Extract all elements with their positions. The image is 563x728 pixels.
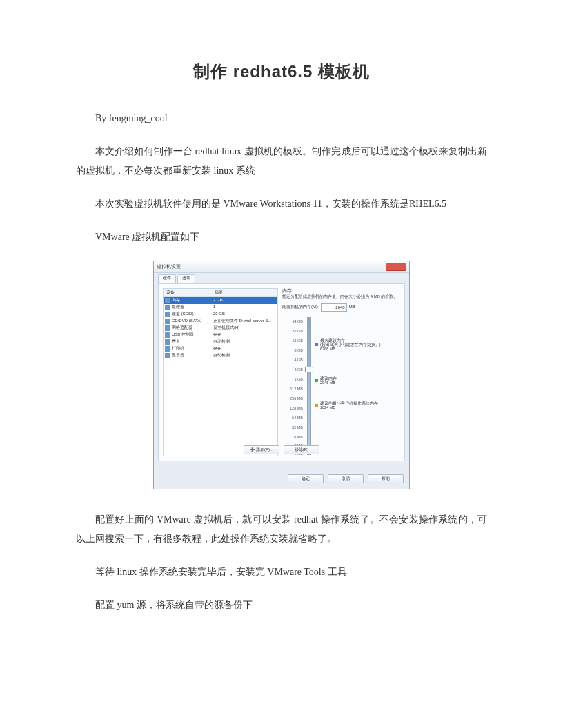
hw-row-memory[interactable]: 内存2 GB: [164, 297, 277, 304]
byline: By fengming_cool: [95, 109, 487, 128]
ok-button[interactable]: 确定: [288, 474, 324, 483]
dialog-title: 虚拟机设置: [157, 264, 181, 270]
printer-icon: [165, 346, 170, 352]
paragraph-env: 本次实验虚拟机软件使用的是 VMware Workstations 11，安装的…: [76, 194, 487, 214]
hw-row-display[interactable]: 显示器自动检测: [164, 352, 277, 359]
page-title: 制作 redhat6.5 模板机: [76, 55, 487, 88]
hw-col-device: 设备: [164, 289, 212, 296]
memory-pane: 内存 指定分配给此虚拟机的内存量。内存大小必须为 4 MB 的倍数。 此虚拟机的…: [282, 288, 400, 456]
tab-hardware[interactable]: 硬件: [158, 274, 176, 284]
network-icon: [165, 325, 170, 331]
pane-desc: 指定分配给此虚拟机的内存量。内存大小必须为 4 MB 的倍数。: [282, 294, 400, 299]
usb-icon: [165, 332, 170, 338]
dialog-titlebar: 虚拟机设置: [154, 261, 409, 273]
cancel-button[interactable]: 取消: [328, 474, 364, 483]
paragraph-after-config: 配置好上面的 VMware 虚拟机后，就可以安装 redhat 操作系统了。不会…: [76, 510, 487, 549]
hw-row-cpu[interactable]: 处理器1: [164, 304, 277, 311]
display-icon: [165, 353, 170, 358]
hw-row-disk[interactable]: 硬盘 (SCSI)20 GB: [164, 311, 277, 318]
slider-knob[interactable]: [305, 367, 313, 372]
hw-col-summary: 摘要: [212, 289, 277, 296]
paragraph-tools: 等待 linux 操作系统安装完毕后，安装完 VMware Tools 工具: [76, 563, 487, 582]
cpu-icon: [165, 305, 170, 310]
memory-input[interactable]: 2048: [321, 303, 347, 312]
marker-rec-icon: [315, 379, 318, 382]
memory-label: 此虚拟机的内存(M):: [282, 305, 319, 310]
tab-options[interactable]: 选项: [177, 274, 195, 284]
paragraph-config-label: VMware 虚拟机配置如下: [76, 228, 487, 247]
add-button[interactable]: 添加(A)...: [244, 445, 279, 454]
marker-max-icon: [315, 343, 318, 346]
memory-unit: MB: [349, 305, 355, 310]
vm-settings-dialog: 虚拟机设置 硬件 选项 设备 摘要 内存2 GB 处理器1 硬盘 (SCSI)2…: [153, 261, 410, 489]
remove-button[interactable]: 移除(R): [284, 445, 319, 454]
sound-icon: [165, 339, 170, 345]
hw-row-printer[interactable]: 打印机存在: [164, 345, 277, 352]
cd-icon: [165, 318, 170, 324]
paragraph-yum: 配置 yum 源，将系统自带的源备份下: [76, 596, 487, 615]
disk-icon: [165, 312, 170, 317]
pane-title: 内存: [282, 288, 400, 293]
hw-row-usb[interactable]: USB 控制器存在: [164, 332, 277, 338]
hw-row-cd[interactable]: CD/DVD (SATA)正在使用文件 D:\rhel-server-6...: [164, 318, 277, 325]
close-icon[interactable]: [386, 263, 406, 271]
hardware-list: 设备 摘要 内存2 GB 处理器1 硬盘 (SCSI)20 GB CD/DVD …: [163, 288, 278, 456]
help-button[interactable]: 帮助: [368, 474, 404, 483]
memory-slider[interactable]: 64 GB 32 GB 16 GB 8 GB 4 GB 2 GB 1 GB 51…: [284, 317, 394, 455]
paragraph-intro: 本文介绍如何制作一台 redhat linux 虚拟机的模板。制作完成后可以通过…: [76, 142, 487, 181]
hw-row-net[interactable]: 网络适配器仅主机模式(H): [164, 325, 277, 332]
marker-min-icon: [315, 404, 318, 407]
hw-row-sound[interactable]: 声卡自动检测: [164, 338, 277, 345]
memory-icon: [165, 298, 170, 303]
